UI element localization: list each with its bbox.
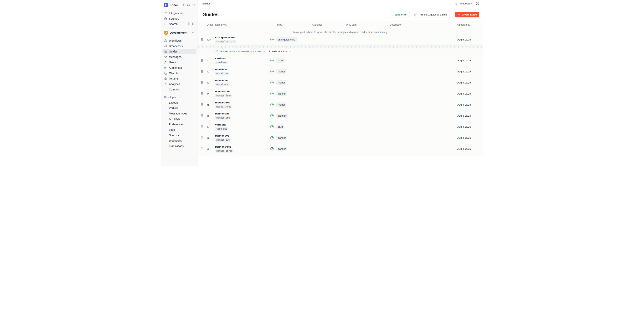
drag-handle-icon[interactable] — [201, 147, 203, 151]
sidebar-item-workflows[interactable]: Workflows — [162, 38, 196, 43]
guide-url-path: - — [346, 59, 390, 62]
guide-order: #5 — [207, 103, 215, 106]
col-type: Type — [270, 23, 311, 26]
guide-name: changelog-card — [215, 36, 270, 39]
workspace-switcher[interactable]: k Knock — [162, 2, 196, 9]
sidebar-subitem-sources[interactable]: Sources — [166, 133, 196, 138]
guide-row-modal-one[interactable]: #3 modal-one modal-one modal - - - Aug 4… — [198, 77, 483, 88]
guide-audience: - — [311, 38, 346, 41]
guide-key-badge: banner-three — [215, 149, 234, 153]
drag-handle-icon[interactable] — [201, 59, 203, 62]
col-updated-at: Updated at — [457, 23, 478, 26]
guide-updated-at: Aug 4, 2025 — [457, 125, 478, 128]
guide-updated-at: Aug 4, 2025 — [457, 92, 478, 95]
commits-icon — [164, 88, 167, 91]
drag-handle-icon[interactable] — [201, 114, 203, 117]
guide-row-modal-two[interactable]: #2 modal-two modal-two modal - - - Aug 4… — [198, 66, 483, 77]
keycap: K — [191, 23, 194, 26]
sidebar-subitem-preferences[interactable]: Preferences — [166, 122, 196, 127]
knock-logo: k — [164, 3, 168, 7]
sidebar-main-nav: Workflows Broadcasts Guides Messages Use… — [162, 38, 196, 92]
status-active-icon — [270, 70, 274, 73]
guide-updated-at: Aug 4, 2025 — [457, 70, 478, 73]
chevron-down-icon — [289, 50, 292, 53]
sidebar-item-users[interactable]: Users — [162, 60, 196, 65]
drag-handle-icon[interactable] — [201, 70, 203, 73]
sidebar-subitem-webhooks[interactable]: Webhooks — [166, 138, 196, 143]
guide-updated-at: Aug 4, 2025 — [457, 59, 478, 62]
guide-order: #10 — [207, 38, 215, 41]
guide-row-card-one[interactable]: #7 card-one card-one card - - - Aug 4, 2… — [198, 121, 483, 132]
sidebar-item-search[interactable]: Search ⌘K — [162, 21, 196, 27]
col-audience: Audience — [311, 23, 346, 26]
sidebar-item-audiences[interactable]: Audiences — [162, 65, 196, 71]
sidebar-item-broadcasts[interactable]: Broadcasts — [162, 43, 196, 49]
guide-row-changelog-card[interactable]: #10 changelog-card changelog-card change… — [198, 35, 483, 44]
guide-order: #3 — [207, 81, 215, 84]
guide-row-banner-three[interactable]: #9 banner-three banner-three banner - - … — [198, 143, 483, 156]
guide-row-card-two[interactable]: #1 card-two card-two card - - - Aug 4, 2… — [198, 55, 483, 66]
guide-url-path: - — [346, 92, 390, 95]
guide-key-badge: card-two — [215, 61, 228, 64]
sidebar-item-analytics[interactable]: Analytics — [162, 81, 196, 87]
tenants-icon — [164, 77, 167, 80]
sidebar-subitem-layouts[interactable]: Layouts — [166, 100, 196, 105]
developers-section-toggle[interactable]: Developers — [162, 95, 196, 100]
sidebar-item-objects[interactable]: Objects — [162, 71, 196, 76]
drag-handle-icon[interactable] — [201, 81, 203, 84]
sidebar-subitem-api-keys[interactable]: API keys — [166, 116, 196, 122]
col-order: Order — [207, 23, 215, 26]
sidebar-item-integrations[interactable]: Integrations — [162, 11, 196, 16]
sort-descending-icon — [414, 13, 417, 16]
guide-row-banner-one[interactable]: #6 banner-one banner-one banner - - - Au… — [198, 110, 483, 121]
sidebar-subitem-translations[interactable]: Translations — [166, 143, 196, 149]
sidebar-subitem-message-types[interactable]: Message types — [166, 111, 196, 116]
throttle-divider-row: Guides below this row will be throttled … — [198, 48, 483, 55]
guide-key-badge: banner-one — [215, 116, 231, 120]
drag-handle-icon[interactable] — [201, 92, 203, 95]
throttle-count-select[interactable]: 1 guide at a time — [267, 49, 293, 54]
guide-row-banner-four[interactable]: #4 banner-four banner-four banner - - - … — [198, 88, 483, 99]
drag-handle-icon[interactable] — [201, 38, 203, 41]
checklist-icon — [390, 13, 393, 16]
sidebar-item-tenants[interactable]: Tenants — [162, 76, 196, 81]
search-icon[interactable] — [192, 4, 195, 7]
chevron-down-icon — [192, 31, 194, 34]
sidebar-item-messages[interactable]: Messages — [162, 54, 196, 60]
sidebar-subitem-partials[interactable]: Partials — [166, 105, 196, 111]
sidebar-subitem-logs[interactable]: Logs — [166, 127, 196, 133]
status-active-icon — [270, 81, 274, 85]
drag-handle-icon[interactable] — [201, 136, 203, 139]
sidebar-item-commits[interactable]: Commits — [162, 87, 196, 92]
guide-name: card-two — [215, 57, 270, 60]
guide-row-modal-three[interactable]: #5 modal-three modal-three modal - - - A… — [198, 99, 483, 110]
guide-name: banner-two — [215, 134, 270, 137]
create-guide-button[interactable]: Create guide — [455, 12, 479, 18]
guide-audience: - — [311, 114, 346, 117]
notifications-bell-icon[interactable] — [187, 4, 190, 7]
account-avatar-icon[interactable] — [476, 2, 479, 6]
guide-url-path: - — [346, 114, 390, 117]
save-order-button[interactable]: Save order — [388, 12, 410, 18]
feedback-button[interactable]: Feedback? — [455, 2, 472, 5]
guide-row-banner-two[interactable]: #8 banner-two banner-two banner - - - Au… — [198, 132, 483, 143]
sidebar-item-settings[interactable]: Settings — [162, 16, 196, 21]
guide-updated-at: Aug 4, 2025 — [457, 147, 478, 150]
guide-type-badge: modal — [276, 69, 286, 74]
drop-zone-divider — [198, 44, 483, 48]
guide-description: - — [390, 81, 457, 84]
workspace-name: Knock — [170, 4, 180, 7]
guide-updated-at: Aug 4, 2025 — [457, 136, 478, 139]
developers-label: Developers — [164, 96, 177, 99]
guide-type-badge: changelog-card — [276, 37, 297, 42]
ignore-throttle-hint: Move guides here to ignore the throttle … — [198, 29, 483, 35]
users-icon — [164, 61, 167, 64]
chevrons-up-down-icon[interactable] — [182, 4, 185, 7]
drag-handle-icon[interactable] — [201, 125, 203, 128]
throttle-dropdown-button[interactable]: Throttle: 1 guide at a time — [412, 12, 453, 18]
sidebar-item-guides[interactable]: Guides — [162, 49, 196, 54]
sidebar-top-nav: Integrations Settings Search ⌘K — [162, 11, 196, 27]
drag-handle-icon[interactable] — [201, 103, 203, 106]
integrations-icon — [164, 12, 167, 15]
environment-selector[interactable]: Development — [162, 30, 196, 36]
